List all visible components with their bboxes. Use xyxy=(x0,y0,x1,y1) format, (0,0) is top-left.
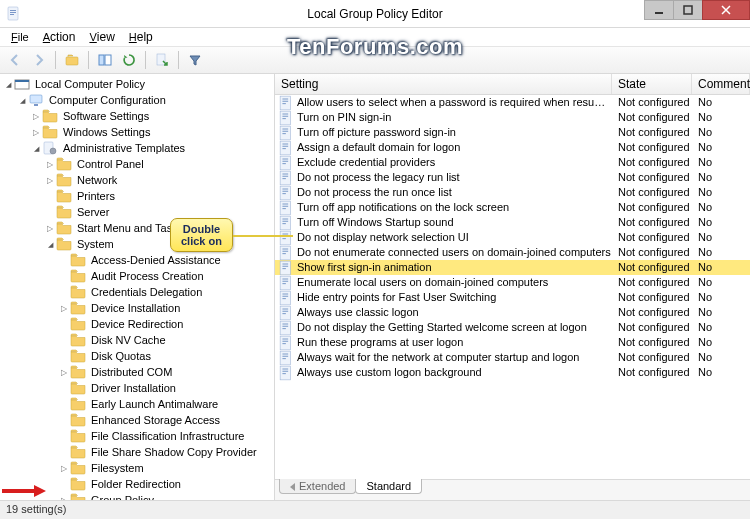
svg-rect-61 xyxy=(282,263,288,264)
svg-rect-25 xyxy=(282,128,288,129)
svg-rect-82 xyxy=(282,340,288,341)
tree-item[interactable]: Distributed COM xyxy=(2,364,274,380)
expander-icon[interactable] xyxy=(30,125,42,140)
svg-rect-78 xyxy=(282,325,288,326)
policy-row[interactable]: Do not display the Getting Started welco… xyxy=(275,320,750,335)
policy-state: Not configured xyxy=(612,185,692,200)
tree-item[interactable]: Software Settings xyxy=(2,108,274,124)
policy-row[interactable]: Turn off picture password sign-inNot con… xyxy=(275,125,750,140)
column-setting[interactable]: Setting xyxy=(275,74,612,94)
refresh-button[interactable] xyxy=(118,49,140,71)
policy-row[interactable]: Always use custom logon backgroundNot co… xyxy=(275,365,750,380)
expander-icon[interactable] xyxy=(58,301,70,316)
expander-icon[interactable] xyxy=(44,237,56,252)
policy-row-highlighted[interactable]: Show first sign-in animationNot configur… xyxy=(275,260,750,275)
policy-state: Not configured xyxy=(612,215,692,230)
tree-item[interactable]: Credentials Delegation xyxy=(2,284,274,300)
maximize-button[interactable] xyxy=(673,0,703,20)
policy-row[interactable]: Exclude credential providersNot configur… xyxy=(275,155,750,170)
filter-button[interactable] xyxy=(184,49,206,71)
tree-computer-config[interactable]: Computer Configuration xyxy=(2,92,274,108)
svg-rect-34 xyxy=(282,160,288,161)
tree-item[interactable]: File Share Shadow Copy Provider xyxy=(2,444,274,460)
minimize-button[interactable] xyxy=(644,0,674,20)
policy-row[interactable]: Hide entry points for Fast User Switchin… xyxy=(275,290,750,305)
policy-row[interactable]: Turn off app notifications on the lock s… xyxy=(275,200,750,215)
svg-rect-75 xyxy=(282,313,285,314)
svg-point-15 xyxy=(50,148,56,154)
menu-file[interactable]: File xyxy=(4,28,36,46)
policy-state: Not configured xyxy=(612,230,692,245)
tree-admin-templates[interactable]: Administrative Templates xyxy=(2,140,274,156)
svg-rect-59 xyxy=(282,253,285,254)
tree-item[interactable]: Printers xyxy=(2,188,274,204)
expander-icon[interactable] xyxy=(44,221,56,236)
tree-root-item[interactable]: Local Computer Policy xyxy=(2,76,274,92)
tree-item[interactable]: Driver Installation xyxy=(2,380,274,396)
tree-item[interactable]: Server xyxy=(2,204,274,220)
policy-row[interactable]: Do not enumerate connected users on doma… xyxy=(275,245,750,260)
menu-view[interactable]: View xyxy=(82,28,121,46)
tree-item[interactable]: Start Menu and Taskbar xyxy=(2,220,274,236)
menu-help[interactable]: Help xyxy=(122,28,160,46)
tree-item[interactable]: Control Panel xyxy=(2,156,274,172)
policy-row[interactable]: Do not display network selection UINot c… xyxy=(275,230,750,245)
tree-item[interactable]: Device Installation xyxy=(2,300,274,316)
policy-row[interactable]: Turn on PIN sign-inNot configuredNo xyxy=(275,110,750,125)
policy-state: Not configured xyxy=(612,335,692,350)
policy-row[interactable]: Enumerate local users on domain-joined c… xyxy=(275,275,750,290)
policy-row[interactable]: Do not process the legacy run listNot co… xyxy=(275,170,750,185)
policy-row[interactable]: Always use classic logonNot configuredNo xyxy=(275,305,750,320)
close-button[interactable] xyxy=(702,0,750,20)
column-state[interactable]: State xyxy=(612,74,692,94)
tree-item[interactable]: File Classification Infrastructure xyxy=(2,428,274,444)
policy-icon xyxy=(279,200,295,216)
expander-icon[interactable] xyxy=(2,77,14,92)
policy-state: Not configured xyxy=(612,245,692,260)
menu-action[interactable]: Action xyxy=(36,28,83,46)
tree-item[interactable]: Enhanced Storage Access xyxy=(2,412,274,428)
expander-icon[interactable] xyxy=(58,461,70,476)
up-button[interactable] xyxy=(61,49,83,71)
tree-item[interactable]: Early Launch Antimalware xyxy=(2,396,274,412)
tree-label: Software Settings xyxy=(61,109,151,124)
show-hide-tree-button[interactable] xyxy=(94,49,116,71)
list-pane: Setting State Comment Allow users to sel… xyxy=(275,74,750,500)
tree-item[interactable]: Device Redirection xyxy=(2,316,274,332)
policy-row[interactable]: Always wait for the network at computer … xyxy=(275,350,750,365)
expander-icon[interactable] xyxy=(44,157,56,172)
tree-item[interactable]: Access-Denied Assistance xyxy=(2,252,274,268)
tree-item[interactable]: Disk Quotas xyxy=(2,348,274,364)
policy-row[interactable]: Run these programs at user logonNot conf… xyxy=(275,335,750,350)
svg-rect-73 xyxy=(282,308,288,309)
policy-name: Enumerate local users on domain-joined c… xyxy=(295,275,612,290)
back-button[interactable] xyxy=(4,49,26,71)
tree-item[interactable]: Filesystem xyxy=(2,460,274,476)
tree-item[interactable]: Network xyxy=(2,172,274,188)
tree-system[interactable]: System xyxy=(2,236,274,252)
tree-item[interactable]: Audit Process Creation xyxy=(2,268,274,284)
list-body[interactable]: Allow users to select when a password is… xyxy=(275,95,750,479)
tree-item[interactable]: Disk NV Cache xyxy=(2,332,274,348)
policy-row[interactable]: Do not process the run once listNot conf… xyxy=(275,185,750,200)
tree-item[interactable]: Windows Settings xyxy=(2,124,274,140)
forward-button[interactable] xyxy=(28,49,50,71)
expander-icon[interactable] xyxy=(30,109,42,124)
policy-row[interactable]: Assign a default domain for logonNot con… xyxy=(275,140,750,155)
expander-icon[interactable] xyxy=(58,493,70,501)
tab-extended[interactable]: Extended xyxy=(279,479,356,494)
column-comment[interactable]: Comment xyxy=(692,74,750,94)
tab-standard[interactable]: Standard xyxy=(355,479,422,494)
policy-row[interactable]: Allow users to select when a password is… xyxy=(275,95,750,110)
expander-icon[interactable] xyxy=(58,365,70,380)
expander-icon[interactable] xyxy=(16,93,28,108)
export-button[interactable] xyxy=(151,49,173,71)
policy-comment: No xyxy=(692,350,750,365)
expander-icon[interactable] xyxy=(30,141,42,156)
svg-rect-33 xyxy=(282,158,288,159)
policy-name: Turn off Windows Startup sound xyxy=(295,215,612,230)
policy-row[interactable]: Turn off Windows Startup soundNot config… xyxy=(275,215,750,230)
tree-pane[interactable]: Local Computer PolicyComputer Configurat… xyxy=(0,74,275,500)
folder-icon xyxy=(70,477,86,491)
expander-icon[interactable] xyxy=(44,173,56,188)
